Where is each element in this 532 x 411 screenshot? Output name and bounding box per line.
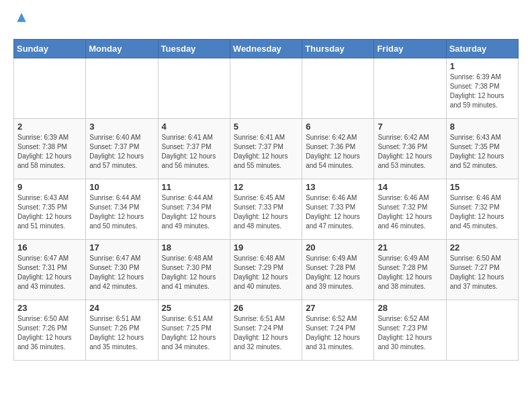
day-info: Sunrise: 6:46 AMSunset: 7:32 PMDaylight:… <box>378 193 442 231</box>
calendar-cell <box>302 58 374 119</box>
day-info: Sunrise: 6:52 AMSunset: 7:23 PMDaylight:… <box>378 314 442 352</box>
calendar-cell: 4Sunrise: 6:41 AMSunset: 7:37 PMDaylight… <box>158 119 230 179</box>
calendar-cell: 24Sunrise: 6:51 AMSunset: 7:26 PMDayligh… <box>86 300 158 361</box>
calendar-cell: 21Sunrise: 6:49 AMSunset: 7:28 PMDayligh… <box>374 240 446 300</box>
calendar-cell: 13Sunrise: 6:46 AMSunset: 7:33 PMDayligh… <box>302 179 374 240</box>
day-info: Sunrise: 6:39 AMSunset: 7:38 PMDaylight:… <box>17 133 82 171</box>
calendar-cell: 6Sunrise: 6:42 AMSunset: 7:36 PMDaylight… <box>302 119 374 179</box>
weekday-header-saturday: Saturday <box>446 40 518 58</box>
day-number: 9 <box>17 182 82 192</box>
day-info: Sunrise: 6:50 AMSunset: 7:27 PMDaylight:… <box>450 254 515 291</box>
calendar-cell: 2Sunrise: 6:39 AMSunset: 7:38 PMDaylight… <box>14 119 86 179</box>
week-row-2: 2Sunrise: 6:39 AMSunset: 7:38 PMDaylight… <box>14 119 519 179</box>
day-number: 10 <box>89 182 154 192</box>
day-number: 7 <box>378 122 442 132</box>
calendar-cell <box>86 58 158 119</box>
calendar-table: SundayMondayTuesdayWednesdayThursdayFrid… <box>13 39 519 361</box>
day-info: Sunrise: 6:41 AMSunset: 7:37 PMDaylight:… <box>162 133 226 171</box>
day-number: 8 <box>450 122 515 132</box>
calendar-cell: 12Sunrise: 6:45 AMSunset: 7:33 PMDayligh… <box>230 179 302 240</box>
calendar-cell: 3Sunrise: 6:40 AMSunset: 7:37 PMDaylight… <box>86 119 158 179</box>
day-info: Sunrise: 6:48 AMSunset: 7:30 PMDaylight:… <box>162 254 226 291</box>
week-row-3: 9Sunrise: 6:43 AMSunset: 7:35 PMDaylight… <box>14 179 519 240</box>
day-info: Sunrise: 6:51 AMSunset: 7:26 PMDaylight:… <box>89 314 154 352</box>
day-number: 25 <box>162 303 226 313</box>
calendar-cell: 28Sunrise: 6:52 AMSunset: 7:23 PMDayligh… <box>374 300 446 361</box>
day-info: Sunrise: 6:47 AMSunset: 7:30 PMDaylight:… <box>89 254 154 291</box>
calendar-cell: 17Sunrise: 6:47 AMSunset: 7:30 PMDayligh… <box>86 240 158 300</box>
logo-icon <box>15 11 28 24</box>
day-number: 19 <box>234 242 298 253</box>
week-row-5: 23Sunrise: 6:50 AMSunset: 7:26 PMDayligh… <box>14 300 519 361</box>
weekday-header-monday: Monday <box>86 40 158 58</box>
weekday-header-friday: Friday <box>374 40 446 58</box>
calendar-cell: 7Sunrise: 6:42 AMSunset: 7:36 PMDaylight… <box>374 119 446 179</box>
weekday-header-thursday: Thursday <box>302 40 374 58</box>
calendar-cell: 20Sunrise: 6:49 AMSunset: 7:28 PMDayligh… <box>302 240 374 300</box>
calendar-cell: 19Sunrise: 6:48 AMSunset: 7:29 PMDayligh… <box>230 240 302 300</box>
day-number: 13 <box>306 182 370 192</box>
day-info: Sunrise: 6:40 AMSunset: 7:37 PMDaylight:… <box>89 133 154 171</box>
calendar-cell <box>158 58 230 119</box>
page-header <box>13 13 519 28</box>
calendar-cell: 15Sunrise: 6:46 AMSunset: 7:32 PMDayligh… <box>446 179 518 240</box>
day-info: Sunrise: 6:49 AMSunset: 7:28 PMDaylight:… <box>378 254 442 291</box>
week-row-4: 16Sunrise: 6:47 AMSunset: 7:31 PMDayligh… <box>14 240 519 300</box>
day-info: Sunrise: 6:46 AMSunset: 7:33 PMDaylight:… <box>306 193 370 231</box>
day-info: Sunrise: 6:42 AMSunset: 7:36 PMDaylight:… <box>306 133 370 171</box>
day-info: Sunrise: 6:43 AMSunset: 7:35 PMDaylight:… <box>450 133 515 171</box>
day-info: Sunrise: 6:42 AMSunset: 7:36 PMDaylight:… <box>378 133 442 171</box>
calendar-cell: 22Sunrise: 6:50 AMSunset: 7:27 PMDayligh… <box>446 240 518 300</box>
day-number: 14 <box>378 182 442 192</box>
day-info: Sunrise: 6:41 AMSunset: 7:37 PMDaylight:… <box>234 133 298 171</box>
day-number: 17 <box>89 242 154 253</box>
day-info: Sunrise: 6:52 AMSunset: 7:24 PMDaylight:… <box>306 314 370 352</box>
day-info: Sunrise: 6:47 AMSunset: 7:31 PMDaylight:… <box>17 254 82 291</box>
day-number: 16 <box>17 242 82 253</box>
day-number: 27 <box>306 303 370 313</box>
day-info: Sunrise: 6:50 AMSunset: 7:26 PMDaylight:… <box>17 314 82 352</box>
day-info: Sunrise: 6:43 AMSunset: 7:35 PMDaylight:… <box>17 193 82 231</box>
day-number: 22 <box>450 242 515 253</box>
day-info: Sunrise: 6:51 AMSunset: 7:25 PMDaylight:… <box>162 314 226 352</box>
day-info: Sunrise: 6:49 AMSunset: 7:28 PMDaylight:… <box>306 254 370 291</box>
day-number: 15 <box>450 182 515 192</box>
day-info: Sunrise: 6:39 AMSunset: 7:38 PMDaylight:… <box>450 73 515 110</box>
day-number: 4 <box>162 122 226 132</box>
weekday-header-sunday: Sunday <box>14 40 86 58</box>
day-number: 26 <box>234 303 298 313</box>
calendar-cell <box>446 300 518 361</box>
weekday-header-row: SundayMondayTuesdayWednesdayThursdayFrid… <box>14 40 519 58</box>
day-number: 23 <box>17 303 82 313</box>
weekday-header-wednesday: Wednesday <box>230 40 302 58</box>
day-info: Sunrise: 6:44 AMSunset: 7:34 PMDaylight:… <box>162 193 226 231</box>
svg-marker-0 <box>17 13 26 21</box>
calendar-cell <box>14 58 86 119</box>
day-number: 2 <box>17 122 82 132</box>
day-number: 11 <box>162 182 226 192</box>
day-number: 18 <box>162 242 226 253</box>
day-number: 6 <box>306 122 370 132</box>
day-number: 20 <box>306 242 370 253</box>
calendar-cell: 25Sunrise: 6:51 AMSunset: 7:25 PMDayligh… <box>158 300 230 361</box>
day-info: Sunrise: 6:46 AMSunset: 7:32 PMDaylight:… <box>450 193 515 231</box>
day-info: Sunrise: 6:45 AMSunset: 7:33 PMDaylight:… <box>234 193 298 231</box>
calendar-cell <box>230 58 302 119</box>
calendar-cell: 14Sunrise: 6:46 AMSunset: 7:32 PMDayligh… <box>374 179 446 240</box>
calendar-cell: 1Sunrise: 6:39 AMSunset: 7:38 PMDaylight… <box>446 58 518 119</box>
day-info: Sunrise: 6:51 AMSunset: 7:24 PMDaylight:… <box>234 314 298 352</box>
day-number: 3 <box>89 122 154 132</box>
day-number: 24 <box>89 303 154 313</box>
day-number: 28 <box>378 303 442 313</box>
calendar-cell: 11Sunrise: 6:44 AMSunset: 7:34 PMDayligh… <box>158 179 230 240</box>
calendar-cell: 27Sunrise: 6:52 AMSunset: 7:24 PMDayligh… <box>302 300 374 361</box>
calendar-cell: 5Sunrise: 6:41 AMSunset: 7:37 PMDaylight… <box>230 119 302 179</box>
day-number: 5 <box>234 122 298 132</box>
calendar-cell: 26Sunrise: 6:51 AMSunset: 7:24 PMDayligh… <box>230 300 302 361</box>
calendar-cell: 23Sunrise: 6:50 AMSunset: 7:26 PMDayligh… <box>14 300 86 361</box>
calendar-cell: 9Sunrise: 6:43 AMSunset: 7:35 PMDaylight… <box>14 179 86 240</box>
logo <box>13 13 28 28</box>
day-info: Sunrise: 6:48 AMSunset: 7:29 PMDaylight:… <box>234 254 298 291</box>
day-info: Sunrise: 6:44 AMSunset: 7:34 PMDaylight:… <box>89 193 154 231</box>
day-number: 12 <box>234 182 298 192</box>
